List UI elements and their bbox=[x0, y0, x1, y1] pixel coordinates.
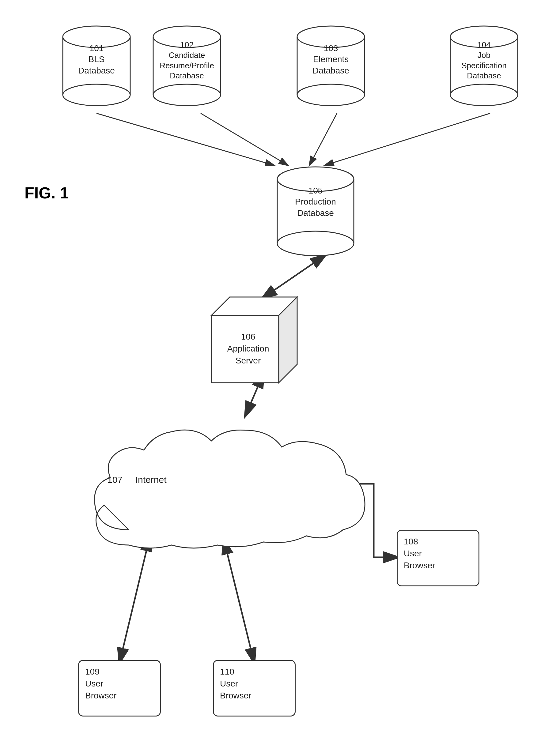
db102-number: 102 bbox=[180, 40, 193, 49]
app-server-106: 106 ApplicationServer bbox=[205, 291, 303, 396]
browser109-label: UserBrowser bbox=[85, 679, 117, 700]
db-103: 103 ElementsDatabase bbox=[294, 15, 368, 110]
svg-point-34 bbox=[277, 231, 354, 256]
db101-label: BLSDatabase bbox=[78, 55, 115, 75]
browser-109: 109 UserBrowser bbox=[78, 660, 161, 717]
browser110-label: UserBrowser bbox=[220, 679, 251, 700]
fig-label: FIG. 1 bbox=[25, 184, 69, 202]
server106-label: ApplicationServer bbox=[227, 344, 269, 365]
db104-label: JobSpecificationDatabase bbox=[461, 50, 507, 80]
db103-label: ElementsDatabase bbox=[312, 55, 349, 75]
svg-line-10 bbox=[227, 551, 254, 663]
db102-label: CandidateResume/ProfileDatabase bbox=[160, 50, 214, 80]
internet107-number: 107 bbox=[107, 475, 123, 485]
browser-108: 108 UserBrowser bbox=[397, 530, 479, 586]
svg-line-3 bbox=[97, 113, 274, 165]
svg-point-24 bbox=[297, 84, 364, 106]
svg-point-14 bbox=[63, 84, 130, 106]
db-105: 105 ProductionDatabase bbox=[274, 156, 357, 260]
browser-110: 110 UserBrowser bbox=[213, 660, 296, 717]
db-102: 102 CandidateResume/ProfileDatabase bbox=[150, 15, 223, 110]
browser108-number: 108 bbox=[404, 537, 418, 546]
db103-number: 103 bbox=[324, 43, 338, 53]
internet107-label: Internet bbox=[135, 475, 167, 485]
db-104: 104 JobSpecificationDatabase bbox=[447, 15, 521, 110]
browser110-number: 110 bbox=[220, 667, 234, 676]
svg-point-19 bbox=[153, 84, 220, 106]
db101-number: 101 bbox=[90, 43, 104, 53]
db105-label: ProductionDatabase bbox=[295, 197, 336, 217]
db-101: 101 BLSDatabase bbox=[60, 15, 133, 110]
server106-number: 106 bbox=[241, 332, 255, 341]
diagram: FIG. 1 101 BLSDatabase 102 bbox=[0, 0, 556, 756]
browser109-number: 109 bbox=[85, 667, 100, 676]
browser108-label: UserBrowser bbox=[404, 549, 435, 570]
svg-point-29 bbox=[450, 84, 518, 106]
db104-number: 104 bbox=[477, 40, 490, 49]
db105-number: 105 bbox=[309, 186, 323, 195]
internet-107: 107 Internet bbox=[67, 413, 374, 568]
